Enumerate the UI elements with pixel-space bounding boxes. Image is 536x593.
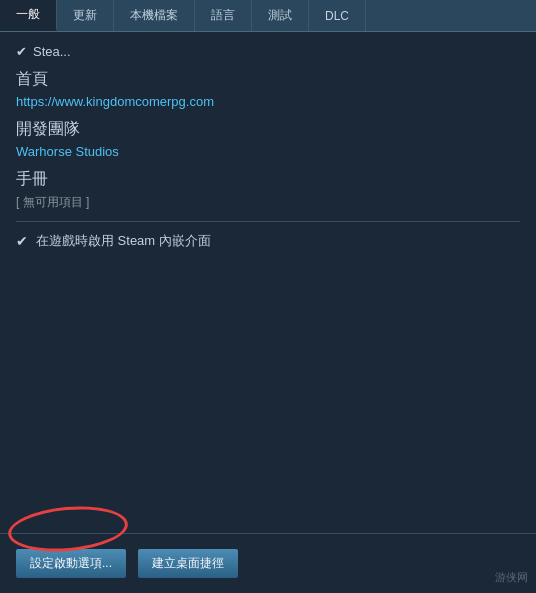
overlay-checkmark-icon: ✔ xyxy=(16,233,28,249)
tab-updates[interactable]: 更新 xyxy=(57,0,114,31)
tab-local-files[interactable]: 本機檔案 xyxy=(114,0,195,31)
manual-label: 手冊 xyxy=(16,169,520,190)
steam-checkmark: ✔ xyxy=(16,44,27,59)
devteam-label: 開發團隊 xyxy=(16,119,520,140)
manual-unavailable: [ 無可用項目 ] xyxy=(16,194,520,211)
overlay-checkbox-container[interactable]: ✔ 在遊戲時啟用 Steam 內嵌介面 xyxy=(16,232,211,250)
tab-language[interactable]: 語言 xyxy=(195,0,252,31)
content-area: ✔ Stea... 首頁 https://www.kingdomcomerp​g… xyxy=(0,32,536,262)
divider xyxy=(16,221,520,222)
launch-options-button[interactable]: 設定啟動選項... xyxy=(16,549,126,578)
overlay-label: 在遊戲時啟用 Steam 內嵌介面 xyxy=(36,232,211,250)
homepage-link[interactable]: https://www.kingdomcomerp​g.com xyxy=(16,94,520,109)
steam-item: ✔ Stea... xyxy=(16,44,520,59)
tab-dlc[interactable]: DLC xyxy=(309,0,366,31)
devteam-name[interactable]: Warhorse Studios xyxy=(16,144,520,159)
steam-overlay-section: ✔ 在遊戲時啟用 Steam 內嵌介面 xyxy=(16,232,520,250)
tab-general[interactable]: 一般 xyxy=(0,0,57,31)
steam-label: Stea... xyxy=(33,44,71,59)
bottom-bar: 設定啟動選項... 建立桌面捷徑 xyxy=(0,533,536,593)
tab-beta[interactable]: 測試 xyxy=(252,0,309,31)
desktop-shortcut-button[interactable]: 建立桌面捷徑 xyxy=(138,549,238,578)
homepage-label: 首頁 xyxy=(16,69,520,90)
tab-bar: 一般 更新 本機檔案 語言 測試 DLC xyxy=(0,0,536,32)
